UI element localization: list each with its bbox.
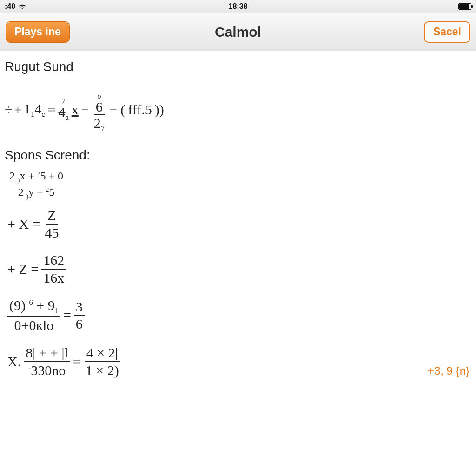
- side-annotation[interactable]: +3, 9 {n}: [428, 364, 469, 377]
- status-right: [458, 3, 471, 10]
- eq1-term-c: 7 4a: [58, 98, 68, 121]
- eq24-right-fraction: 3 6: [74, 299, 85, 331]
- eq22-fraction: Z 45: [43, 208, 61, 240]
- eq24-equals: =: [63, 307, 71, 324]
- eq1-paren: fff.5: [128, 101, 152, 118]
- equation-1[interactable]: ÷ + 114c = 7 4a x − o6 27 − ( fff.5 )): [0, 80, 476, 139]
- action-button[interactable]: Sacel: [424, 21, 470, 43]
- equation-2-1[interactable]: 2 )x + 25 + 0 2 )y + 25: [3, 168, 476, 201]
- eq25-right-fraction: 4 × 2| 1 × 2): [84, 345, 121, 377]
- battery-icon: [458, 3, 471, 10]
- eq1-minus: −: [81, 101, 89, 118]
- eq1-x: x: [72, 101, 79, 118]
- status-bar: :40 18:38: [0, 0, 476, 13]
- eq1-lead: ÷ +: [5, 101, 21, 118]
- status-time: 18:38: [0, 2, 476, 11]
- eq23-lead: + Z =: [7, 261, 39, 278]
- eq24-left-fraction: (9) 6 + 91 0+0кlo: [7, 298, 60, 332]
- nav-bar: Plays ine Calmol Sacel: [0, 13, 476, 51]
- eq23-fraction: 162 16x: [41, 253, 66, 285]
- eq25-equals: =: [73, 353, 81, 370]
- eq25-left-fraction: 8| + + |l -330no: [24, 345, 70, 377]
- equation-2-2[interactable]: + X = Z 45: [3, 201, 476, 246]
- action-button-label: Sacel: [433, 26, 461, 38]
- equation-2-5[interactable]: X. 8| + + |l -330no = 4 × 2| 1 × 2): [3, 339, 126, 377]
- eq22-lead: + X =: [7, 216, 40, 232]
- equation-2-4[interactable]: (9) 6 + 91 0+0кlo = 3 6: [3, 291, 476, 339]
- eq1-close: )): [155, 101, 164, 118]
- eq25-lead: X.: [7, 353, 21, 370]
- status-left: :40: [5, 2, 26, 11]
- content-area: Rugut Sund ÷ + 114c = 7 4a x − o6 27 − (…: [0, 51, 476, 476]
- back-button-label: Plays ine: [14, 26, 61, 38]
- bottom-row: X. 8| + + |l -330no = 4 × 2| 1 × 2) +3, …: [3, 339, 476, 377]
- equation-2-3[interactable]: + Z = 162 16x: [3, 246, 476, 291]
- back-button[interactable]: Plays ine: [6, 21, 70, 43]
- section1-title: Rugut Sund: [0, 51, 476, 80]
- eq1-minus2: − (: [109, 101, 125, 118]
- eq1-equals: =: [47, 101, 55, 118]
- eq21-fraction: 2 )x + 25 + 0 2 )y + 25: [7, 170, 65, 199]
- page-title: Calmol: [0, 24, 476, 40]
- eq1-term-a: 114c: [24, 100, 45, 119]
- section2-title: Spons Scrend:: [0, 139, 476, 168]
- eq1-fraction: o6 27: [92, 86, 106, 132]
- wifi-icon: [18, 3, 26, 10]
- carrier-text: :40: [5, 2, 15, 11]
